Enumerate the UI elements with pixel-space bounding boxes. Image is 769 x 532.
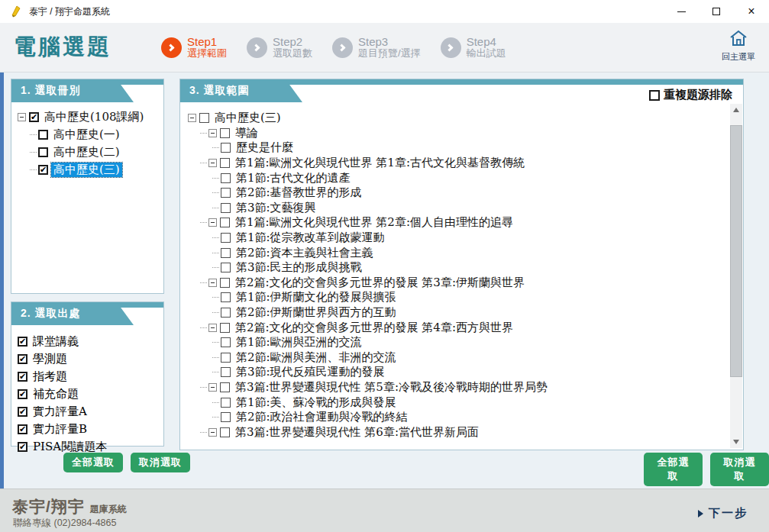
step-2: Step2選取題數 [247, 35, 312, 60]
scrollbar-thumb[interactable] [730, 125, 742, 377]
tree-checkbox[interactable] [221, 398, 231, 408]
brand-suffix: 題庫系統 [90, 503, 127, 516]
tree-item-label[interactable]: 第1節:伊斯蘭文化的發展與擴張 [234, 290, 399, 305]
tree-item-label[interactable]: 第2節:歐洲與美洲、非洲的交流 [234, 350, 399, 365]
tree-checkbox[interactable] [221, 308, 231, 318]
tree-item-label[interactable]: 第1節:從宗教改革到啟蒙運動 [234, 231, 387, 245]
source-label[interactable]: 課堂講義 [31, 334, 81, 349]
tree-checkbox[interactable] [221, 292, 231, 302]
tree-collapse-icon[interactable] [208, 129, 217, 137]
step-label: 選擇範圍 [187, 48, 227, 60]
tree-collapse-icon[interactable] [208, 218, 217, 227]
source-checkbox[interactable]: ✔ [18, 337, 27, 347]
tree-collapse-icon[interactable] [208, 279, 217, 287]
tree-collapse-icon[interactable] [208, 428, 217, 437]
tree-checkbox[interactable] [221, 143, 231, 153]
tree-item-label[interactable]: 第2篇:文化的交會與多元世界的發展 第4章:西方與世界 [233, 321, 515, 335]
source-label[interactable]: 實力評量B [31, 422, 89, 437]
source-label[interactable]: 學測題 [31, 352, 69, 366]
next-step-button[interactable]: 下一步 [698, 506, 748, 521]
select-all-scope-button[interactable]: 全部選取 [644, 453, 703, 486]
dedupe-checkbox[interactable] [649, 90, 660, 101]
step-name: Step1 [187, 35, 227, 48]
tree-checkbox[interactable] [221, 353, 231, 363]
tree-checkbox[interactable] [220, 218, 230, 227]
step-4: Step4輸出試題 [441, 35, 506, 60]
source-label[interactable]: 補充命題 [31, 387, 81, 401]
tree-checkbox[interactable] [221, 188, 231, 198]
tree-row: 第2節:政治社會運動與冷戰的終結 [185, 410, 740, 425]
tree-collapse-icon[interactable] [208, 324, 217, 332]
tree-checkbox[interactable] [221, 203, 231, 213]
tree-item-label[interactable]: 第1節:古代文化的遺產 [234, 171, 353, 185]
deselect-all-sources-button[interactable]: 取消選取 [131, 453, 190, 472]
tree-item-label[interactable]: 第3節:民主的形成與挑戰 [234, 260, 364, 275]
tree-checkbox[interactable] [221, 248, 231, 258]
tree-collapse-icon[interactable] [18, 113, 26, 121]
tree-checkbox[interactable] [38, 130, 48, 140]
brand-name: 泰宇/翔宇 [12, 496, 85, 517]
tree-item-label[interactable]: 第3節:現代反殖民運動的發展 [234, 365, 387, 379]
tree-checkbox[interactable] [221, 173, 231, 183]
tree-item-label[interactable]: 第3篇:世界變遷與現代性 第6章:當代世界新局面 [233, 425, 481, 440]
tree-item-label[interactable]: 第1節:美、蘇冷戰的形成與發展 [234, 395, 399, 410]
scroll-up-button[interactable] [730, 104, 742, 116]
tree-collapse-icon[interactable] [188, 114, 196, 122]
tree-checkbox[interactable] [220, 427, 230, 437]
source-checkbox[interactable]: ✔ [18, 424, 27, 434]
tree-connector [212, 237, 219, 238]
tree-checkbox[interactable] [220, 382, 230, 392]
scroll-down-button[interactable] [730, 436, 742, 448]
tree-item-label[interactable]: 第1節:歐洲與亞洲的交流 [234, 335, 364, 350]
tree-checkbox[interactable] [220, 323, 230, 333]
tree-collapse-icon[interactable] [208, 159, 217, 167]
source-checkbox[interactable]: ✔ [18, 407, 27, 417]
deselect-all-scope-button[interactable]: 取消選取 [710, 453, 769, 486]
tree-item-label[interactable]: 歷史是什麼 [234, 140, 296, 155]
source-checkbox[interactable]: ✔ [18, 354, 27, 364]
tree-item-label[interactable]: 第2節:政治社會運動與冷戰的終結 [234, 410, 410, 424]
maximize-button[interactable] [699, 0, 734, 23]
tree-checkbox[interactable] [221, 367, 231, 377]
source-checkbox[interactable]: ✔ [18, 372, 27, 382]
left-accent-strip [0, 73, 4, 488]
tree-item-label[interactable]: 高中歷史(108課綱) [42, 110, 146, 124]
panel3-tab: 3. 選取範圍 [180, 79, 302, 102]
tree-checkbox[interactable] [221, 233, 231, 243]
tree-checkbox[interactable] [220, 128, 230, 138]
tree-checkbox[interactable] [221, 412, 231, 422]
tree-item-label[interactable]: 高中歷史(三) [212, 111, 283, 125]
tree-item-label[interactable]: 高中歷史(二) [51, 145, 122, 160]
tree-collapse-icon[interactable] [208, 383, 217, 392]
tree-item-label[interactable]: 導論 [233, 126, 260, 140]
tree-item-label[interactable]: 第3篇:世界變遷與現代性 第5章:冷戰及後冷戰時期的世界局勢 [233, 380, 550, 395]
tree-checkbox[interactable] [221, 263, 231, 272]
tree-checkbox[interactable] [38, 147, 48, 157]
tree-item-label[interactable]: 第1篇:歐洲文化與現代世界 第1章:古代文化與基督教傳統 [233, 156, 527, 170]
tree-checkbox[interactable] [221, 337, 231, 347]
source-checkbox[interactable]: ✔ [18, 389, 27, 399]
source-label[interactable]: 實力評量A [31, 405, 89, 419]
source-checkbox[interactable]: ✔ [18, 442, 27, 452]
close-button[interactable]: × [734, 0, 769, 23]
tree-checkbox[interactable]: ✔ [38, 165, 48, 175]
tree-item-label[interactable]: 第2節:基督教世界的形成 [234, 185, 364, 200]
tree-checkbox[interactable] [220, 278, 230, 288]
tree-item-label[interactable]: 高中歷史(三) [51, 163, 122, 177]
tree-item-label[interactable]: 第2篇:文化的交會與多元世界的發展 第3章:伊斯蘭與世界 [233, 276, 527, 290]
select-all-sources-button[interactable]: 全部選取 [63, 453, 123, 472]
minimize-icon [677, 11, 686, 12]
tree-checkbox[interactable]: ✔ [29, 112, 39, 122]
minimize-button[interactable] [664, 0, 699, 23]
tree-checkbox[interactable] [220, 158, 230, 168]
home-button[interactable]: 回主選單 [716, 29, 761, 63]
scope-tree-scrollbar[interactable] [730, 104, 742, 448]
tree-item-label[interactable]: 第1篇:歐洲文化與現代世界 第2章:個人自由理性的追尋 [233, 215, 515, 230]
tree-item-label[interactable]: 第3節:文藝復興 [234, 201, 318, 215]
tree-item-label[interactable]: 第2節:資本主義與社會主義 [234, 246, 376, 260]
chevron-right-icon [166, 44, 174, 51]
tree-checkbox[interactable] [199, 113, 209, 123]
tree-item-label[interactable]: 第2節:伊斯蘭世界與西方的互動 [234, 305, 399, 320]
tree-item-label[interactable]: 高中歷史(一) [51, 127, 122, 142]
source-label[interactable]: 指考題 [31, 369, 69, 384]
